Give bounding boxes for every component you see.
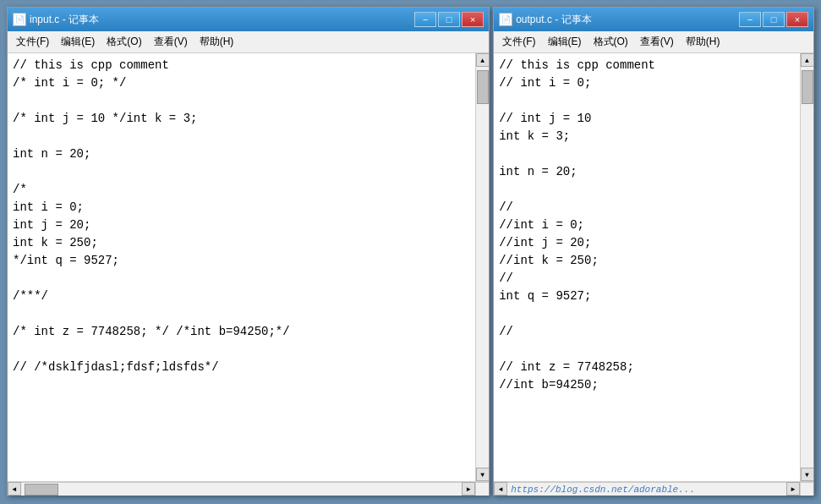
left-corner-square	[475, 482, 489, 496]
right-title-left: 📄 output.c - 记事本	[499, 13, 591, 27]
right-editor-area: // this is cpp comment // int i = 0; // …	[494, 53, 813, 481]
left-menu-view[interactable]: 查看(V)	[149, 33, 193, 51]
right-corner-square	[800, 482, 813, 496]
left-title-left: 📄 input.c - 记事本	[13, 13, 99, 27]
right-scroll-down[interactable]: ▼	[801, 468, 814, 481]
left-scrollbar-v[interactable]: ▲ ▼	[475, 53, 489, 481]
right-maximize-button[interactable]: □	[763, 12, 785, 27]
left-scroll-thumb[interactable]	[477, 70, 489, 104]
left-bottom-bar: ◄ ►	[8, 481, 489, 495]
left-menu-file[interactable]: 文件(F)	[11, 33, 54, 51]
right-title-buttons: − □ ×	[739, 12, 808, 27]
right-scroll-left[interactable]: ◄	[494, 482, 507, 496]
left-scroll-up[interactable]: ▲	[476, 53, 490, 67]
right-scroll-track-h[interactable]: https://blog.csdn.net/adorable...	[507, 483, 786, 496]
right-window-title: output.c - 记事本	[516, 13, 591, 27]
left-scroll-thumb-h[interactable]	[25, 484, 58, 496]
left-menu-edit[interactable]: 编辑(E)	[56, 33, 100, 51]
left-window-icon: 📄	[13, 13, 26, 26]
left-editor-area: // this is cpp comment /* int i = 0; */ …	[8, 53, 489, 481]
right-scroll-up[interactable]: ▲	[801, 53, 814, 67]
left-scroll-track-h[interactable]	[21, 483, 462, 496]
right-menu-help[interactable]: 帮助(H)	[681, 33, 725, 51]
right-menu-format[interactable]: 格式(O)	[588, 33, 633, 51]
right-scroll-thumb[interactable]	[802, 70, 813, 104]
left-menu-bar: 文件(F) 编辑(E) 格式(O) 查看(V) 帮助(H)	[8, 31, 489, 53]
right-window-icon: 📄	[499, 13, 512, 26]
left-window-title: input.c - 记事本	[30, 13, 99, 27]
right-window: 📄 output.c - 记事本 − □ × 文件(F) 编辑(E) 格式(O)…	[493, 7, 814, 496]
right-bottom-bar: ◄ https://blog.csdn.net/adorable... ►	[494, 481, 813, 495]
left-title-buttons: − □ ×	[414, 12, 484, 27]
right-editor-content[interactable]: // this is cpp comment // int i = 0; // …	[494, 53, 800, 481]
right-scroll-right[interactable]: ►	[786, 482, 800, 496]
left-editor-content[interactable]: // this is cpp comment /* int i = 0; */ …	[8, 53, 475, 481]
right-menu-bar: 文件(F) 编辑(E) 格式(O) 查看(V) 帮助(H)	[494, 31, 813, 53]
right-title-bar: 📄 output.c - 记事本 − □ ×	[494, 8, 813, 31]
right-scroll-track[interactable]	[801, 67, 813, 468]
right-menu-view[interactable]: 查看(V)	[635, 33, 679, 51]
left-close-button[interactable]: ×	[462, 12, 484, 27]
right-scrollbar-v[interactable]: ▲ ▼	[800, 53, 813, 481]
left-scroll-track[interactable]	[476, 67, 489, 468]
left-window: 📄 input.c - 记事本 − □ × 文件(F) 编辑(E) 格式(O) …	[7, 7, 490, 496]
right-menu-file[interactable]: 文件(F)	[497, 33, 540, 51]
left-maximize-button[interactable]: □	[438, 12, 460, 27]
left-scroll-down[interactable]: ▼	[476, 468, 490, 481]
desktop: 📄 input.c - 记事本 − □ × 文件(F) 编辑(E) 格式(O) …	[0, 0, 821, 504]
right-watermark: https://blog.csdn.net/adorable...	[507, 485, 698, 495]
left-title-bar: 📄 input.c - 记事本 − □ ×	[8, 8, 489, 31]
left-scroll-left[interactable]: ◄	[8, 482, 21, 496]
left-minimize-button[interactable]: −	[414, 12, 436, 27]
right-minimize-button[interactable]: −	[739, 12, 761, 27]
right-scrollbar-h[interactable]: ◄ https://blog.csdn.net/adorable... ►	[494, 482, 800, 496]
right-menu-edit[interactable]: 编辑(E)	[543, 33, 587, 51]
left-scrollbar-h[interactable]: ◄ ►	[8, 482, 475, 496]
left-menu-format[interactable]: 格式(O)	[101, 33, 146, 51]
left-scroll-right[interactable]: ►	[462, 482, 475, 496]
right-close-button[interactable]: ×	[786, 12, 808, 27]
left-menu-help[interactable]: 帮助(H)	[194, 33, 239, 51]
